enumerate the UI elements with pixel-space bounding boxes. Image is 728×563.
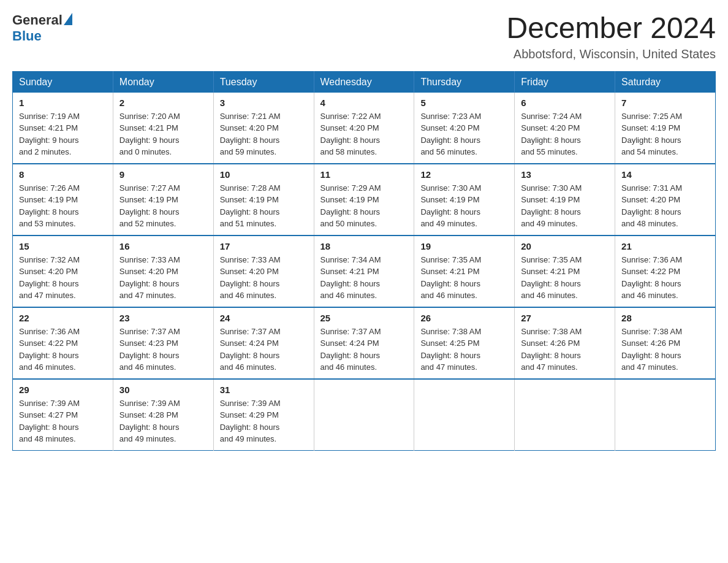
day-number: 3 (220, 98, 308, 108)
day-info: Sunrise: 7:23 AMSunset: 4:20 PMDaylight:… (420, 110, 508, 158)
table-row (314, 379, 414, 451)
day-number: 13 (521, 169, 609, 180)
day-info: Sunrise: 7:28 AMSunset: 4:19 PMDaylight:… (220, 182, 308, 230)
table-row: 14 Sunrise: 7:31 AMSunset: 4:20 PMDaylig… (615, 164, 716, 236)
table-row: 4 Sunrise: 7:22 AMSunset: 4:20 PMDayligh… (314, 93, 414, 164)
day-number: 18 (320, 241, 408, 251)
page-header: General Blue December 2024 Abbotsford, W… (12, 12, 716, 61)
day-number: 10 (220, 169, 308, 180)
table-row: 17 Sunrise: 7:33 AMSunset: 4:20 PMDaylig… (213, 236, 314, 307)
table-row: 29 Sunrise: 7:39 AMSunset: 4:27 PMDaylig… (13, 379, 113, 451)
day-number: 23 (119, 313, 207, 323)
day-number: 4 (320, 98, 408, 108)
calendar-week-row: 1 Sunrise: 7:19 AMSunset: 4:21 PMDayligh… (13, 93, 716, 164)
day-number: 31 (220, 385, 308, 395)
header-saturday: Saturday (615, 71, 716, 93)
day-number: 5 (420, 98, 508, 108)
table-row: 9 Sunrise: 7:27 AMSunset: 4:19 PMDayligh… (113, 164, 213, 236)
table-row: 5 Sunrise: 7:23 AMSunset: 4:20 PMDayligh… (414, 93, 515, 164)
day-number: 27 (521, 313, 609, 323)
table-row: 30 Sunrise: 7:39 AMSunset: 4:28 PMDaylig… (113, 379, 213, 451)
day-info: Sunrise: 7:29 AMSunset: 4:19 PMDaylight:… (320, 182, 408, 230)
table-row: 6 Sunrise: 7:24 AMSunset: 4:20 PMDayligh… (515, 93, 615, 164)
day-number: 16 (119, 241, 207, 251)
day-number: 17 (220, 241, 308, 251)
day-info: Sunrise: 7:22 AMSunset: 4:20 PMDaylight:… (320, 110, 408, 158)
day-info: Sunrise: 7:34 AMSunset: 4:21 PMDaylight:… (320, 254, 408, 302)
day-info: Sunrise: 7:21 AMSunset: 4:20 PMDaylight:… (220, 110, 308, 158)
day-info: Sunrise: 7:39 AMSunset: 4:27 PMDaylight:… (19, 397, 107, 445)
day-info: Sunrise: 7:36 AMSunset: 4:22 PMDaylight:… (621, 254, 709, 302)
table-row (515, 379, 615, 451)
location-title: Abbotsford, Wisconsin, United States (506, 47, 716, 61)
logo-blue-text: Blue (12, 28, 42, 44)
table-row: 10 Sunrise: 7:28 AMSunset: 4:19 PMDaylig… (213, 164, 314, 236)
table-row: 24 Sunrise: 7:37 AMSunset: 4:24 PMDaylig… (213, 307, 314, 379)
day-info: Sunrise: 7:35 AMSunset: 4:21 PMDaylight:… (521, 254, 609, 302)
calendar-week-row: 22 Sunrise: 7:36 AMSunset: 4:22 PMDaylig… (13, 307, 716, 379)
day-number: 2 (119, 98, 207, 108)
table-row (615, 379, 716, 451)
header-thursday: Thursday (414, 71, 515, 93)
day-info: Sunrise: 7:33 AMSunset: 4:20 PMDaylight:… (220, 254, 308, 302)
table-row: 28 Sunrise: 7:38 AMSunset: 4:26 PMDaylig… (615, 307, 716, 379)
day-info: Sunrise: 7:38 AMSunset: 4:26 PMDaylight:… (521, 326, 609, 373)
day-info: Sunrise: 7:36 AMSunset: 4:22 PMDaylight:… (19, 326, 107, 373)
day-number: 6 (521, 98, 609, 108)
day-info: Sunrise: 7:20 AMSunset: 4:21 PMDaylight:… (119, 110, 207, 158)
table-row: 15 Sunrise: 7:32 AMSunset: 4:20 PMDaylig… (13, 236, 113, 307)
day-number: 30 (119, 385, 207, 395)
day-number: 28 (621, 313, 709, 323)
title-section: December 2024 Abbotsford, Wisconsin, Uni… (506, 12, 716, 61)
day-number: 9 (119, 169, 207, 180)
table-row: 26 Sunrise: 7:38 AMSunset: 4:25 PMDaylig… (414, 307, 515, 379)
day-info: Sunrise: 7:32 AMSunset: 4:20 PMDaylight:… (19, 254, 107, 302)
day-info: Sunrise: 7:38 AMSunset: 4:25 PMDaylight:… (420, 326, 508, 373)
day-info: Sunrise: 7:39 AMSunset: 4:28 PMDaylight:… (119, 397, 207, 445)
table-row: 7 Sunrise: 7:25 AMSunset: 4:19 PMDayligh… (615, 93, 716, 164)
table-row: 3 Sunrise: 7:21 AMSunset: 4:20 PMDayligh… (213, 93, 314, 164)
day-number: 20 (521, 241, 609, 251)
day-number: 21 (621, 241, 709, 251)
day-number: 1 (19, 98, 107, 108)
logo-triangle-icon (64, 13, 72, 25)
day-number: 29 (19, 385, 107, 395)
table-row (414, 379, 515, 451)
table-row: 31 Sunrise: 7:39 AMSunset: 4:29 PMDaylig… (213, 379, 314, 451)
day-info: Sunrise: 7:30 AMSunset: 4:19 PMDaylight:… (521, 182, 609, 230)
day-info: Sunrise: 7:35 AMSunset: 4:21 PMDaylight:… (420, 254, 508, 302)
day-number: 22 (19, 313, 107, 323)
day-number: 11 (320, 169, 408, 180)
day-number: 8 (19, 169, 107, 180)
day-info: Sunrise: 7:37 AMSunset: 4:24 PMDaylight:… (220, 326, 308, 373)
header-wednesday: Wednesday (314, 71, 414, 93)
day-info: Sunrise: 7:31 AMSunset: 4:20 PMDaylight:… (621, 182, 709, 230)
day-info: Sunrise: 7:37 AMSunset: 4:24 PMDaylight:… (320, 326, 408, 373)
day-info: Sunrise: 7:24 AMSunset: 4:20 PMDaylight:… (521, 110, 609, 158)
day-number: 25 (320, 313, 408, 323)
table-row: 18 Sunrise: 7:34 AMSunset: 4:21 PMDaylig… (314, 236, 414, 307)
day-number: 15 (19, 241, 107, 251)
day-number: 7 (621, 98, 709, 108)
header-friday: Friday (515, 71, 615, 93)
table-row: 19 Sunrise: 7:35 AMSunset: 4:21 PMDaylig… (414, 236, 515, 307)
day-number: 24 (220, 313, 308, 323)
day-info: Sunrise: 7:30 AMSunset: 4:19 PMDaylight:… (420, 182, 508, 230)
table-row: 13 Sunrise: 7:30 AMSunset: 4:19 PMDaylig… (515, 164, 615, 236)
table-row: 2 Sunrise: 7:20 AMSunset: 4:21 PMDayligh… (113, 93, 213, 164)
day-info: Sunrise: 7:39 AMSunset: 4:29 PMDaylight:… (220, 397, 308, 445)
logo: General Blue (12, 12, 72, 44)
day-info: Sunrise: 7:27 AMSunset: 4:19 PMDaylight:… (119, 182, 207, 230)
day-number: 26 (420, 313, 508, 323)
table-row: 21 Sunrise: 7:36 AMSunset: 4:22 PMDaylig… (615, 236, 716, 307)
day-info: Sunrise: 7:19 AMSunset: 4:21 PMDaylight:… (19, 110, 107, 158)
day-number: 14 (621, 169, 709, 180)
calendar-week-row: 15 Sunrise: 7:32 AMSunset: 4:20 PMDaylig… (13, 236, 716, 307)
table-row: 16 Sunrise: 7:33 AMSunset: 4:20 PMDaylig… (113, 236, 213, 307)
table-row: 12 Sunrise: 7:30 AMSunset: 4:19 PMDaylig… (414, 164, 515, 236)
table-row: 23 Sunrise: 7:37 AMSunset: 4:23 PMDaylig… (113, 307, 213, 379)
day-info: Sunrise: 7:38 AMSunset: 4:26 PMDaylight:… (621, 326, 709, 373)
calendar-week-row: 8 Sunrise: 7:26 AMSunset: 4:19 PMDayligh… (13, 164, 716, 236)
day-info: Sunrise: 7:37 AMSunset: 4:23 PMDaylight:… (119, 326, 207, 373)
header-tuesday: Tuesday (213, 71, 314, 93)
